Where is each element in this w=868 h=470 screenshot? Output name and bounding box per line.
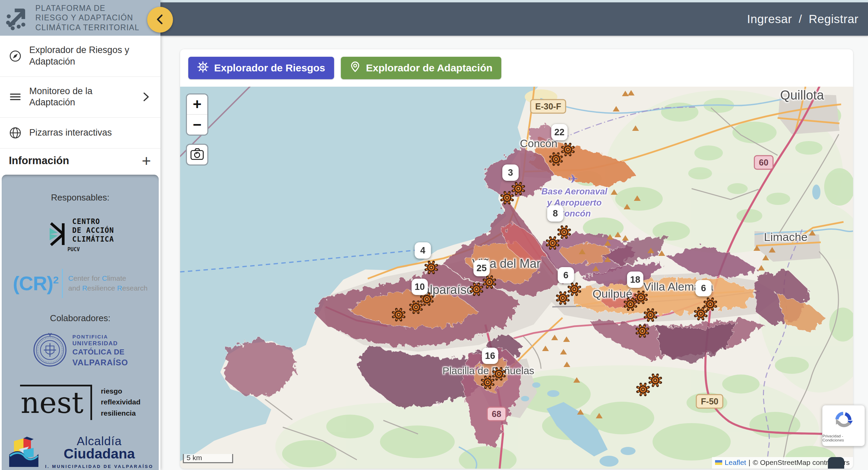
sidebar-item-label: Explorador de Riesgos y Adaptación	[29, 45, 152, 68]
cr2-logo: (CR)2 Center for Climate and Resilience …	[13, 269, 148, 298]
leaflet-link[interactable]: Leaflet	[725, 458, 746, 467]
gear-marker[interactable]	[481, 375, 495, 389]
alcaldia-line1: Alcaldía	[45, 435, 153, 447]
sidebar-menu: Explorador de Riesgos y AdaptaciónMonito…	[0, 36, 160, 149]
gear-marker[interactable]	[556, 291, 570, 305]
register-link[interactable]: Registrar	[809, 12, 858, 26]
basemap	[180, 87, 853, 469]
chevron-left-icon	[153, 13, 167, 27]
globe-icon	[9, 126, 22, 139]
cluster-marker[interactable]: 16	[482, 348, 498, 364]
colaboradores-heading: Colaboradores:	[50, 313, 110, 324]
cluster-marker[interactable]: 25	[473, 260, 490, 276]
gear-marker[interactable]	[549, 152, 563, 166]
zoom-control: + −	[186, 93, 208, 136]
alcaldia-ciudadana-logo: Alcaldía Ciudadana I. MUNICIPALIDAD DE V…	[7, 435, 153, 469]
cluster-marker[interactable]: 4	[415, 242, 431, 259]
nest-terms: riesgoreflexividadresiliencia	[101, 386, 141, 419]
gear-marker[interactable]	[500, 191, 514, 205]
top-strip	[160, 0, 868, 2]
gear-marker[interactable]	[424, 260, 438, 275]
privacy-link[interactable]: Privacidad	[822, 434, 841, 438]
sidebar-item-1[interactable]: Monitoreo de la Adaptación	[0, 77, 160, 118]
cluster-marker[interactable]: 3	[502, 164, 519, 181]
gear-marker[interactable]	[694, 307, 708, 321]
screenshot-button[interactable]	[186, 144, 208, 166]
alcaldia-sub: I. MUNICIPALIDAD DE VALPARAÍSO	[45, 464, 153, 469]
gear-marker[interactable]	[469, 282, 484, 296]
cr2-name-line2: and Resilience Research	[68, 283, 148, 293]
platform-logo-icon	[5, 4, 31, 32]
cac-arrow-icon	[47, 222, 68, 248]
platform-title: PLATAFORMA DERIESGO Y ADAPTACIÓNCLIMÁTIC…	[35, 3, 139, 32]
sidebar: PLATAFORMA DERIESGO Y ADAPTACIÓNCLIMÁTIC…	[0, 0, 160, 470]
cac-pucv-logo: CENTRODE ACCIÓNCLIMÁTICA PUCV	[47, 217, 114, 253]
cac-logo-sub: PUCV	[68, 246, 114, 253]
cr2-divider	[62, 269, 63, 298]
attribution-separator: |	[748, 458, 750, 467]
cac-logo-text: CENTRODE ACCIÓNCLIMÁTICA	[72, 217, 114, 244]
gear-marker[interactable]	[636, 382, 650, 397]
recaptcha-badge[interactable]: Privacidad - Condiciones	[822, 405, 865, 446]
responsables-heading: Responsables:	[51, 192, 109, 203]
alcaldia-line2: Ciudadana	[45, 447, 153, 461]
nest-logo: nest riesgoreflexividadresiliencia	[20, 385, 141, 420]
login-link[interactable]: Ingresar	[747, 12, 792, 26]
pucv-seal-icon	[32, 332, 68, 369]
corner-shape	[828, 457, 844, 469]
nest-wordmark: nest	[20, 385, 92, 420]
sidebar-item-label: Monitoreo de la Adaptación	[29, 86, 140, 109]
gear-marker[interactable]	[635, 324, 649, 338]
sidebar-collapse-button[interactable]	[147, 7, 173, 33]
zoom-in-button[interactable]: +	[187, 94, 207, 115]
gear-marker[interactable]	[643, 308, 658, 322]
explorer-toolbar: Explorador de Riesgos Explorador de Adap…	[180, 49, 853, 87]
chevron-right-icon	[140, 90, 152, 104]
sidebar-item-informacion[interactable]: Información +	[0, 149, 160, 174]
cluster-marker[interactable]: 8	[547, 205, 563, 222]
zoom-out-button[interactable]: −	[187, 115, 207, 135]
sidebar-item-label: Pizarras interactivas	[29, 127, 152, 139]
risk-explorer-button[interactable]: Explorador de Riesgos	[188, 57, 334, 79]
ukraine-flag-icon	[715, 460, 722, 465]
topbar: Ingresar / Registrar	[160, 2, 868, 36]
cr2-name-line1: Center for Climate	[68, 274, 148, 283]
cluster-marker[interactable]: 6	[695, 280, 712, 296]
conditions-link[interactable]: Condiciones	[822, 438, 844, 442]
cr2-name: Center for Climate and Resilience Resear…	[68, 274, 148, 293]
sidebar-header: PLATAFORMA DERIESGO Y ADAPTACIÓNCLIMÁTIC…	[0, 0, 160, 36]
gear-marker[interactable]	[392, 308, 406, 322]
info-section-title: Información	[9, 155, 69, 167]
pin-icon	[350, 61, 361, 75]
compass-icon	[9, 50, 22, 63]
map-canvas[interactable]: Base Aeronavaly AeropuertoConcón ✈ Quill…	[180, 87, 853, 469]
menu-icon	[9, 90, 22, 103]
content-card: Explorador de Riesgos Explorador de Adap…	[180, 49, 853, 469]
pucv-logo: PONTIFICIAUNIVERSIDADCATÓLICA DEVALPARAÍ…	[32, 332, 128, 369]
map-scale: 5 km	[183, 454, 233, 463]
expand-plus-icon[interactable]: +	[142, 155, 151, 167]
recaptcha-terms: Privacidad - Condiciones	[822, 434, 865, 442]
gear-icon	[197, 61, 209, 75]
cr2-mark: (CR)2	[13, 272, 58, 295]
gear-marker[interactable]	[545, 236, 560, 250]
cluster-marker[interactable]: 18	[627, 272, 643, 288]
cluster-marker[interactable]: 6	[558, 267, 574, 283]
partners-panel: Responsables: CENTRODE ACCIÓNCLIMÁTICA P…	[2, 175, 159, 470]
cluster-marker[interactable]: 22	[551, 124, 568, 140]
recaptcha-icon	[833, 410, 854, 432]
alcaldia-houses-icon	[7, 435, 40, 469]
sidebar-item-2[interactable]: Pizarras interactivas	[0, 118, 160, 149]
pucv-name: PONTIFICIAUNIVERSIDADCATÓLICA DEVALPARAÍ…	[72, 333, 128, 368]
gear-marker[interactable]	[623, 297, 638, 311]
login-register-separator: /	[799, 13, 802, 25]
sidebar-item-0[interactable]: Explorador de Riesgos y Adaptación	[0, 36, 160, 77]
adaptation-explorer-button[interactable]: Explorador de Adaptación	[341, 57, 501, 79]
gear-marker[interactable]	[648, 373, 662, 387]
camera-icon	[190, 147, 205, 162]
gear-marker[interactable]	[482, 275, 497, 289]
gear-marker[interactable]	[409, 300, 423, 314]
cluster-marker[interactable]: 10	[412, 279, 428, 295]
